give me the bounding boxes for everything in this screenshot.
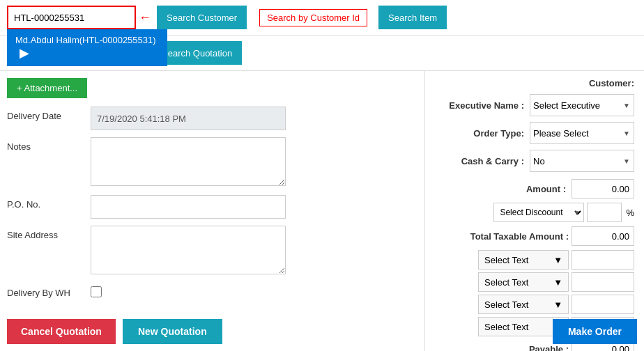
delivery-wh-label: Delivery By WH [7, 283, 91, 298]
delivery-date-value-container [91, 107, 417, 130]
order-type-select-wrapper: Please Select [530, 122, 634, 144]
percent-symbol: % [626, 208, 634, 218]
notes-textarea[interactable] [91, 137, 286, 186]
order-type-select[interactable]: Please Select [530, 122, 634, 144]
dropdown-suggestion-text: Md.Abdul Halim(HTL-0000255531) [15, 35, 156, 45]
discount-row: Select Discoount % [435, 203, 634, 222]
po-row: P.O. No. [7, 195, 417, 219]
cash-carry-label: Cash & Carry : [461, 156, 524, 166]
select-text-value-1 [572, 250, 634, 270]
cash-carry-select-wrapper: No [530, 150, 634, 172]
executive-name-select-wrapper: Select Executive [530, 94, 634, 116]
select-text-label-1: Select Text [484, 255, 528, 265]
delivery-wh-control [91, 283, 417, 299]
select-text-label-4: Select Text [484, 322, 528, 332]
cancel-quotation-button[interactable]: Cancel Quotation [7, 319, 116, 344]
amount-row: Amount : 0.00 [435, 179, 634, 198]
cursor-pointer-icon: ▶ [20, 46, 29, 60]
order-type-row: Order Type: Please Select [435, 122, 634, 144]
total-taxable-row: Total Taxable Amount : 0.00 [435, 226, 634, 246]
bottom-buttons: Cancel Quotation New Quotation [0, 312, 229, 351]
customer-header-label: Customer: [435, 78, 634, 88]
select-text-row-3: Select Text ▼ [435, 295, 634, 314]
select-text-chevron-1: ▼ [553, 255, 562, 265]
total-taxable-value: 0.00 [572, 226, 634, 246]
executive-name-row: Executive Name : Select Executive [435, 94, 634, 116]
arrow-annotation: ← [139, 10, 151, 25]
discount-select-wrapper: Select Discoount [493, 203, 584, 222]
site-address-control [91, 226, 417, 276]
po-label: P.O. No. [7, 195, 91, 210]
select-text-chevron-3: ▼ [553, 299, 562, 310]
select-text-button-1[interactable]: Select Text ▼ [478, 250, 569, 270]
search-customer-button[interactable]: Search Customer [157, 6, 247, 29]
executive-name-label: Executive Name : [449, 100, 524, 111]
select-text-row-1: Select Text ▼ [435, 250, 634, 270]
select-text-row-2: Select Text ▼ [435, 272, 634, 292]
notes-label: Notes [7, 137, 91, 152]
select-text-label-2: Select Text [484, 277, 528, 288]
discount-select[interactable]: Select Discoount [493, 203, 584, 222]
delivery-date-input[interactable] [91, 107, 286, 130]
amount-label: Amount : [526, 184, 566, 194]
select-text-label-3: Select Text [484, 299, 528, 310]
percent-input[interactable] [587, 203, 622, 222]
cash-carry-row: Cash & Carry : No [435, 150, 634, 172]
main-container: ← Search Customer Search by Customer Id … [0, 0, 644, 351]
select-text-button-2[interactable]: Select Text ▼ [478, 272, 569, 292]
delivery-date-label: Delivery Date [7, 107, 91, 121]
select-text-button-3[interactable]: Select Text ▼ [478, 295, 569, 314]
payable-label: Payable : [529, 344, 569, 352]
make-order-button[interactable]: Make Order [553, 319, 637, 344]
site-address-label: Site Address [7, 226, 91, 240]
delivery-date-row: Delivery Date [7, 107, 417, 130]
po-control [91, 195, 417, 219]
po-input[interactable] [91, 195, 286, 219]
total-taxable-label: Total Taxable Amount : [470, 231, 569, 242]
delivery-wh-row: Delivery By WH [7, 283, 417, 299]
select-text-value-3 [572, 295, 634, 314]
executive-name-select[interactable]: Select Executive [530, 94, 634, 116]
delivery-wh-checkbox[interactable] [91, 286, 102, 297]
select-text-value-2 [572, 272, 634, 292]
body-layout: + Attachment... Delivery Date Notes P.O.… [0, 71, 644, 351]
notes-row: Notes [7, 137, 417, 188]
customer-dropdown-suggestion[interactable]: Md.Abdul Halim(HTL-0000255531) ▶ [7, 29, 167, 66]
order-type-label: Order Type: [473, 128, 524, 139]
cash-carry-select[interactable]: No [530, 150, 634, 172]
amount-value: 0.00 [572, 179, 634, 198]
customer-id-input[interactable] [7, 6, 136, 29]
site-address-textarea[interactable] [91, 226, 286, 274]
search-by-customer-id-annotation: Search by Customer Id [259, 9, 367, 26]
notes-control [91, 137, 417, 188]
right-panel: Customer: Executive Name : Select Execut… [425, 71, 644, 351]
select-text-chevron-2: ▼ [553, 277, 562, 288]
attachment-button[interactable]: + Attachment... [7, 78, 87, 98]
search-item-button[interactable]: Search Item [378, 6, 447, 29]
left-panel: + Attachment... Delivery Date Notes P.O.… [0, 71, 425, 351]
site-address-row: Site Address [7, 226, 417, 276]
new-quotation-button[interactable]: New Quotation [123, 319, 222, 344]
